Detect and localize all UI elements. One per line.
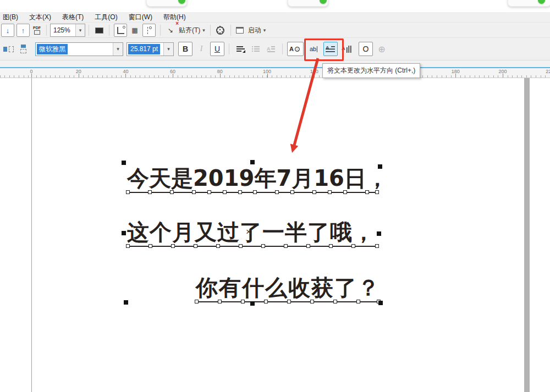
separator: [160, 25, 161, 36]
text-alignment-button[interactable]: [234, 42, 247, 56]
character-a-icon: A: [289, 46, 294, 52]
horizontal-text-direction-button[interactable]: A: [323, 42, 338, 56]
fullscreen-preview-button[interactable]: [94, 24, 105, 36]
rulers-toggle-button[interactable]: [114, 24, 127, 37]
text-character-node[interactable]: 1: [314, 167, 329, 189]
separator: [89, 25, 89, 36]
ruler-major-tick: [503, 74, 503, 78]
text-character-node[interactable]: 月: [172, 221, 195, 243]
character-formatting-button[interactable]: A: [287, 42, 304, 56]
underline-button[interactable]: U: [210, 42, 224, 56]
italic-button[interactable]: I: [195, 42, 208, 56]
bold-button[interactable]: B: [178, 42, 193, 56]
snap-off-button[interactable]: ↘ ×: [165, 24, 176, 36]
bulleted-list-icon: [251, 45, 260, 53]
font-family-combo[interactable]: 微软雅黑 ▾: [35, 42, 123, 56]
text-character-node[interactable]: 什: [242, 277, 265, 299]
text-character-node[interactable]: 了: [307, 221, 330, 243]
text-character-node[interactable]: 半: [285, 221, 307, 243]
gear-icon: [295, 47, 300, 52]
selection-handle-top-right[interactable]: [378, 164, 382, 169]
text-character-node[interactable]: 哦: [330, 221, 353, 243]
font-size-combo[interactable]: 25.817 pt ▾: [127, 42, 174, 56]
text-character-node[interactable]: 6: [329, 167, 344, 189]
font-size-value: 25.817 pt: [128, 44, 160, 54]
text-character-node[interactable]: 又: [195, 221, 217, 243]
edit-text-button[interactable]: ab: [306, 42, 321, 56]
selection-handle-top-center[interactable]: [250, 160, 255, 164]
text-character-node[interactable]: 9: [239, 167, 255, 189]
selection-handle-mid-right[interactable]: [377, 231, 381, 236]
svg-text:A: A: [326, 45, 329, 51]
menu-item-table[interactable]: 表格(T): [59, 13, 92, 22]
selection-handle-mid-left[interactable]: [122, 231, 126, 235]
text-character-node[interactable]: 了: [334, 277, 358, 299]
guidelines-icon: [147, 27, 155, 34]
add-plus-button[interactable]: ⊕: [375, 42, 388, 56]
menu-item-tools[interactable]: 工具(O): [92, 13, 125, 22]
text-line[interactable]: 你有什么收获了？: [196, 277, 380, 302]
mirror-text-vertical-button[interactable]: [20, 45, 26, 53]
bulleted-list-button[interactable]: [249, 42, 262, 56]
selection-handle-top-left[interactable]: [122, 161, 126, 165]
ruler-major-tick: [125, 74, 126, 78]
grid-toggle-button[interactable]: ▦: [129, 24, 140, 36]
text-character-node[interactable]: 今: [127, 167, 149, 189]
text-character-node[interactable]: 有: [219, 277, 242, 299]
grid-icon: ▦: [131, 26, 138, 34]
text-character-node[interactable]: 年: [254, 167, 276, 189]
text-character-node[interactable]: 0: [208, 167, 224, 189]
separator: [230, 25, 231, 36]
options-gear-button[interactable]: [215, 24, 226, 36]
text-character-node[interactable]: 是: [171, 167, 193, 189]
chevron-down-icon[interactable]: ▾: [113, 43, 123, 56]
text-character-node[interactable]: 日: [344, 167, 366, 189]
publish-to-pdf-button[interactable]: PDF: [33, 26, 41, 35]
drawing-canvas[interactable]: 今天是2019年7月16日， 这个月又过了一半了哦， 你有什么收获了？ ×: [0, 78, 550, 392]
text-character-node[interactable]: 1: [224, 167, 239, 189]
menu-bar: 图(B) 文本(X) 表格(T) 工具(O) 窗口(W) 帮助(H): [0, 12, 550, 22]
text-character-node[interactable]: 收: [288, 277, 311, 299]
selection-handle-bottom-center[interactable]: [250, 301, 255, 306]
snap-to-menu-button[interactable]: 贴齐(T) ▾: [179, 26, 205, 35]
text-line[interactable]: 这个月又过了一半了哦，: [127, 221, 378, 247]
text-character-node[interactable]: 这: [127, 221, 150, 243]
text-character-node[interactable]: ，: [353, 221, 375, 243]
mirror-text-horizontal-button[interactable]: [3, 46, 14, 52]
text-character-node[interactable]: 一: [262, 221, 285, 243]
selection-handle-bottom-left[interactable]: [124, 300, 128, 305]
menu-item-bitmaps[interactable]: 图(B): [0, 13, 26, 22]
ruler-major-tick: [173, 74, 173, 78]
edit-text-icon: ab: [310, 46, 316, 52]
text-character-node[interactable]: 你: [196, 277, 219, 299]
text-character-node[interactable]: 么: [265, 277, 288, 299]
selection-handle-bottom-right[interactable]: [378, 301, 383, 305]
selection-center-x-icon[interactable]: ×: [246, 227, 251, 236]
guidelines-toggle-button[interactable]: [142, 24, 156, 37]
vertical-text-direction-button[interactable]: A: [340, 42, 353, 56]
text-character-node[interactable]: 过: [217, 221, 240, 243]
menu-item-text[interactable]: 文本(X): [26, 13, 59, 22]
text-character-node[interactable]: 2: [193, 167, 208, 189]
outline-button[interactable]: O: [359, 42, 373, 56]
separator: [229, 43, 229, 54]
overlay-pill: [288, 0, 328, 7]
text-character-node[interactable]: 天: [149, 167, 171, 189]
green-status-dot-icon: [320, 0, 327, 4]
text-character-node[interactable]: ？: [358, 277, 381, 299]
text-character-node[interactable]: 7: [276, 167, 292, 189]
chevron-down-icon[interactable]: ▾: [163, 43, 173, 56]
text-character-node[interactable]: ，: [366, 167, 388, 189]
text-character-node[interactable]: 获: [311, 277, 334, 299]
import-button[interactable]: ↓: [1, 24, 14, 37]
chevron-down-icon[interactable]: ▾: [75, 24, 85, 36]
text-character-node[interactable]: 个: [150, 221, 172, 243]
launch-menu-button[interactable]: 启动 ▾: [236, 26, 266, 35]
zoom-level-combo[interactable]: 125% ▾: [50, 24, 85, 37]
text-line[interactable]: 今天是2019年7月16日，: [127, 167, 378, 193]
drop-cap-button[interactable]: A: [265, 42, 278, 56]
export-button[interactable]: ↑: [16, 24, 30, 37]
horizontal-ruler[interactable]: 020406080100120140160180200220: [0, 68, 550, 78]
menu-item-window[interactable]: 窗口(W): [126, 13, 161, 22]
text-character-node[interactable]: 月: [292, 167, 314, 189]
